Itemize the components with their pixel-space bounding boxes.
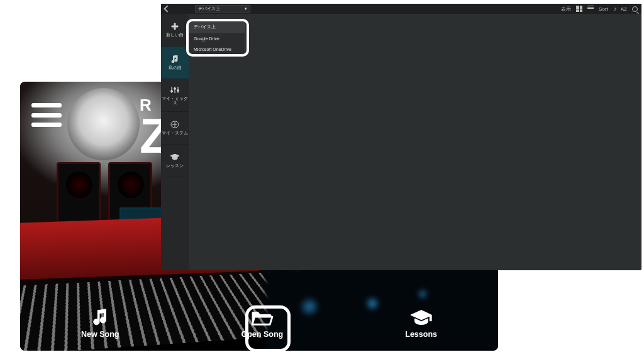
music-note-icon bbox=[88, 307, 112, 328]
sidebar-my-songs-label: 私の曲 bbox=[169, 66, 182, 70]
sort-label: Sort bbox=[599, 6, 608, 12]
open-song-label: Open Song bbox=[242, 330, 284, 339]
list-view-icon[interactable] bbox=[587, 6, 594, 12]
open-song-button[interactable]: Open Song bbox=[242, 307, 284, 339]
folder-open-icon bbox=[250, 307, 274, 328]
plus-icon bbox=[170, 22, 179, 31]
lessons-button[interactable]: Lessons bbox=[405, 307, 437, 339]
graduation-cap-icon bbox=[170, 153, 179, 162]
dropdown-option-device[interactable]: デバイス上 bbox=[189, 21, 245, 33]
new-song-button[interactable]: New Song bbox=[81, 307, 119, 339]
grid-view-icon[interactable] bbox=[576, 6, 582, 12]
new-song-label: New Song bbox=[81, 330, 119, 339]
source-selector[interactable]: デバイス上 ▾ bbox=[195, 5, 250, 13]
back-button[interactable] bbox=[164, 5, 170, 12]
menu-button[interactable] bbox=[31, 103, 62, 127]
sidebar-lessons-label: レッスン bbox=[166, 164, 184, 168]
sidebar-my-stems-label: マイ・ステム bbox=[162, 131, 188, 136]
stems-icon bbox=[170, 120, 179, 129]
source-dropdown: デバイス上 Google Drive Microsoft OneDrive bbox=[189, 20, 245, 55]
home-dock: New Song Open Song Lessons bbox=[20, 298, 498, 347]
dropdown-option-google-drive[interactable]: Google Drive bbox=[189, 33, 245, 44]
svg-point-2 bbox=[177, 90, 179, 92]
sidebar-item-my-stems[interactable]: マイ・ステム bbox=[161, 112, 189, 145]
chevron-down-icon: ▾ bbox=[245, 6, 247, 11]
dropdown-onedrive-label: Microsoft OneDrive bbox=[194, 47, 231, 52]
dropdown-option-onedrive[interactable]: Microsoft OneDrive bbox=[189, 44, 245, 55]
music-note-icon bbox=[170, 55, 179, 63]
sidebar-my-mixes-label: マイ・ミックス bbox=[161, 97, 189, 105]
toolbar-right: 表示 Sort ↓↑ AZ bbox=[561, 4, 638, 14]
lessons-label: Lessons bbox=[405, 330, 437, 339]
graduation-cap-icon bbox=[409, 307, 433, 328]
sidebar-item-my-mixes[interactable]: マイ・ミックス bbox=[161, 79, 189, 112]
sidebar-item-my-songs[interactable]: 私の曲 bbox=[161, 47, 189, 79]
search-icon[interactable] bbox=[632, 6, 638, 12]
browser-toolbar: デバイス上 ▾ 表示 Sort ↓↑ AZ bbox=[161, 4, 641, 14]
sort-key[interactable]: AZ bbox=[621, 6, 627, 12]
dropdown-device-label: デバイス上 bbox=[194, 25, 216, 29]
sidebar-item-new-song[interactable]: 新しい曲 bbox=[161, 14, 189, 47]
sidebar-item-lessons[interactable]: レッスン bbox=[161, 145, 189, 177]
sliders-icon bbox=[170, 85, 179, 94]
sort-direction-icon[interactable]: ↓↑ bbox=[613, 6, 616, 12]
svg-point-0 bbox=[171, 90, 173, 92]
dropdown-google-label: Google Drive bbox=[194, 36, 219, 41]
svg-point-1 bbox=[174, 88, 176, 90]
browser-sidebar: 新しい曲 私の曲 マイ・ミックス マイ・ステム レッスン bbox=[161, 14, 189, 270]
source-selector-label: デバイス上 bbox=[198, 6, 220, 12]
sidebar-new-song-label: 新しい曲 bbox=[166, 33, 184, 38]
file-browser-window: デバイス上 ▾ 表示 Sort ↓↑ AZ 新しい曲 私の曲 bbox=[161, 4, 641, 270]
view-label: 表示 bbox=[561, 6, 571, 13]
